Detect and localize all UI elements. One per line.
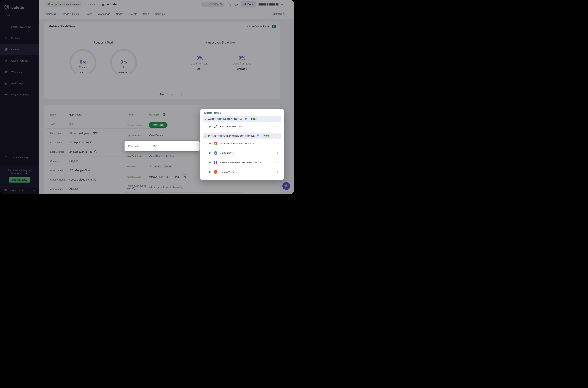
profile-layer-palette-extended-k8s[interactable]: Palette eXtended Kubernetes 1.28.13 — [203, 158, 281, 167]
sidebar-item-audit-logs[interactable]: Audit Logs — [0, 78, 39, 89]
tab-nodes[interactable]: Nodes — [116, 9, 123, 19]
tab-usage-costs[interactable]: Usage & Costs — [62, 9, 79, 19]
detail-label: Services — [127, 165, 149, 168]
info-icon[interactable] — [94, 150, 97, 153]
status-dot — [209, 171, 211, 173]
sidebar-nav: Project Overview Profiles Clusters Clust… — [0, 21, 39, 100]
detail-row-admin-kubeconfig: Admin Kubeconfig File admin.gcp-cluster.… — [124, 182, 243, 193]
cpu-label: CPU — [191, 68, 209, 71]
view-details-link[interactable]: View Details — [149, 134, 163, 137]
tab-scan[interactable]: Scan — [143, 9, 149, 19]
chat-icon[interactable] — [227, 2, 231, 6]
tab-workloads[interactable]: Workloads — [98, 9, 110, 19]
docs-button[interactable]: Docs — [241, 1, 256, 7]
kubeconfig-file-link[interactable]: admin.gcp-cluster.kubeconfig — [149, 186, 183, 189]
memory-unit: Gb — [110, 66, 137, 69]
audit-magnifier-icon — [4, 82, 8, 85]
breadcrumb-separator: / — [84, 3, 85, 6]
sidebar-item-profiles[interactable]: Profiles — [0, 32, 39, 44]
memory-metric-label: MEMORY — [110, 71, 137, 74]
compass-icon[interactable] — [234, 2, 238, 6]
status-dot — [209, 126, 211, 127]
service-port-link[interactable]: :3000 — [163, 165, 172, 168]
infrastructure-profile-header[interactable]: INFRASTRUCTURE PROFILE GCP-PROFILE PROJ — [203, 133, 281, 139]
detail-value: 24 Sep 2024, 16:32 — [69, 141, 92, 144]
profile-layer-name: Calico 3.27.2 — [220, 151, 234, 154]
profile-layer-name: Palette eXtended Kubernetes 1.28.13 — [220, 161, 261, 164]
tabs-bar: Overview Usage & Costs Profile Workloads… — [39, 9, 294, 19]
addon-profile-header[interactable]: ADDON PROFILE GCP-PROFILE PROJ — [203, 116, 281, 122]
kubeconfig-label: Admin Kubeconfig File — [127, 184, 146, 190]
chevron-down-icon — [205, 135, 206, 137]
cpu-caption: Used from total — [191, 62, 209, 65]
user-menu-chevron-down-icon[interactable] — [281, 3, 283, 5]
gauges: 0/0 Cores CPU 0/0 Gb MEMORY — [69, 49, 137, 76]
include-control-planes-checkbox[interactable] — [272, 25, 276, 28]
cpu-total: 0 — [84, 61, 86, 64]
detail-value: Project — [69, 160, 78, 163]
chevron-right-icon — [276, 125, 278, 127]
memory-caption: Used from total — [233, 62, 251, 65]
chevron-down-icon — [205, 118, 206, 120]
tab-backups[interactable]: Backups — [155, 9, 165, 19]
chevron-right-icon — [276, 152, 278, 154]
docs-label: Docs — [248, 3, 254, 6]
chevron-right-icon — [276, 143, 278, 145]
detail-value: spectro-cloud-dynamic — [69, 178, 96, 181]
profile-layer-ubuntu[interactable]: Ubuntu 22.04 — [203, 167, 281, 177]
sidebar-item-project-settings[interactable]: Project Settings — [0, 89, 39, 100]
cpu-gauge: 0/0 Cores CPU — [69, 49, 97, 76]
settings-button[interactable]: Settings — [269, 11, 288, 17]
view-k8s-certificates-link[interactable]: View K8s Certificates — [149, 155, 174, 158]
sidebar-item-project-overview[interactable]: Project Overview — [0, 21, 39, 32]
check-circle-icon — [162, 113, 166, 117]
service-port-link[interactable]: :8080 — [153, 165, 161, 168]
tab-events[interactable]: Events — [129, 9, 137, 19]
promo-text-line2: for what you use! — [0, 172, 39, 175]
namespace-title: Namespace Breakdown — [205, 41, 236, 44]
more-details-button[interactable]: More Details — [153, 91, 181, 97]
bar-chart-icon — [4, 25, 8, 28]
copy-button[interactable] — [182, 174, 187, 179]
sidebar-item-tenant-settings[interactable]: Tenant Settings — [0, 152, 39, 163]
detail-label: Tags — [50, 122, 69, 125]
sidebar-item-clusters[interactable]: Clusters — [0, 44, 39, 55]
gear-icon — [4, 93, 8, 96]
server-icon — [4, 48, 8, 51]
detail-value: gcp-cluster — [69, 113, 82, 116]
health-value: HEALTHY — [149, 113, 161, 116]
tab-overview[interactable]: Overview — [45, 9, 56, 19]
profile-layer-hello-universe[interactable]: Hello Universe 1.2.0 — [203, 122, 281, 131]
detail-value: Google Cloud — [69, 169, 91, 172]
app-version: 4.4.19 — [0, 11, 39, 16]
memory-used: 0 — [120, 59, 123, 65]
magnifier-smile-icon — [283, 183, 289, 189]
collapse-sidebar-icon[interactable] — [34, 189, 36, 191]
profile-layer-gce-csi[interactable]: GCE Persistent Disk CSI 1.12.4 — [203, 139, 281, 148]
footer-brand-text: spectro cloud — [9, 189, 32, 192]
detail-label: Kubernetes API — [127, 176, 149, 178]
sidebar-item-workspaces[interactable]: Workspaces — [0, 66, 39, 78]
detail-value: AMD64 — [69, 187, 78, 190]
detail-label: Cluster Status — [127, 124, 149, 126]
upgrade-now-button[interactable]: Upgrade now — [9, 177, 30, 183]
chevron-right-icon — [276, 161, 278, 163]
detail-label: Cloud Account — [50, 178, 69, 181]
breadcrumb-clusters-link[interactable]: Clusters — [87, 3, 95, 6]
breadcrumb-project-chip[interactable]: Project-ScaleSecureTutoria — [45, 1, 82, 7]
service-name: ui — [149, 165, 151, 168]
info-icon[interactable] — [132, 187, 135, 190]
cpu-metric-label: CPU — [69, 71, 97, 74]
sidebar-item-cluster-groups[interactable]: Cluster Groups — [0, 55, 39, 66]
health-status: HEALTHY — [149, 113, 166, 117]
user-menu-redacted[interactable] — [259, 3, 278, 5]
assistant-search-fab[interactable] — [282, 182, 290, 190]
tab-profile[interactable]: Profile — [85, 9, 92, 19]
ubuntu-icon — [214, 170, 218, 174]
breadcrumb-project-name: Project-ScaleSecureTutoria — [51, 3, 80, 6]
cluster-profiles-popup: Cluster Profiles ADDON PROFILE GCP-PROFI… — [200, 109, 284, 180]
calico-cat-icon — [214, 151, 218, 155]
profile-layer-calico[interactable]: Calico 3.27.2 — [203, 148, 281, 158]
profile-layer-name: GCE Persistent Disk CSI 1.12.4 — [220, 142, 254, 145]
sidebar-item-label: Project Overview — [11, 25, 31, 28]
